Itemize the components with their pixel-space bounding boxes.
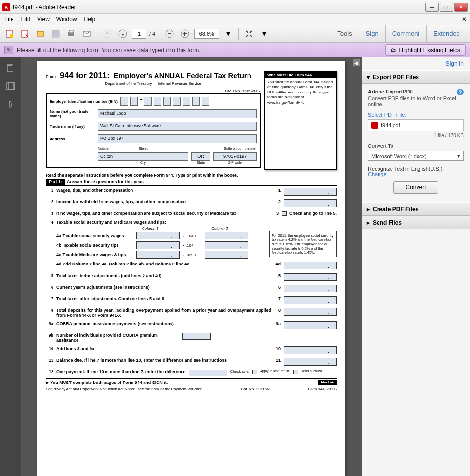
trade-label: Trade name (if any) (50, 124, 95, 129)
line12-refund-checkbox[interactable] (293, 370, 298, 374)
menu-help[interactable]: Help (84, 16, 96, 23)
line12-label: Overpayment. If line 10 is more than lin… (56, 370, 186, 374)
highlight-fields-button[interactable]: 🗂 Highlight Existing Fields (385, 44, 466, 56)
line3-checkbox[interactable] (282, 211, 287, 216)
thumbnails-icon[interactable] (6, 63, 15, 73)
zoom-input[interactable] (194, 29, 219, 39)
page-down-icon[interactable] (117, 27, 129, 40)
line9b-count[interactable] (182, 333, 211, 340)
tools-button[interactable]: Tools (330, 25, 358, 42)
document-viewport[interactable]: ◀ Form 944 for 2011: Employer's ANNUAL F… (21, 57, 362, 476)
line1-amount[interactable] (284, 188, 337, 196)
save-icon[interactable] (50, 27, 62, 40)
change-link[interactable]: Change (368, 172, 464, 177)
sign-button[interactable]: Sign (359, 25, 385, 42)
line11-amount[interactable] (284, 358, 337, 366)
zoom-out-icon[interactable] (163, 27, 176, 40)
svg-rect-16 (8, 65, 12, 66)
line8-amount[interactable] (284, 308, 337, 316)
selected-file-box[interactable]: f944.pdf (368, 119, 464, 131)
print-icon[interactable] (65, 27, 78, 40)
bookmarks-icon[interactable] (6, 81, 15, 91)
ein-digit[interactable] (144, 97, 152, 106)
line4-label: Taxable social security and Medicare wag… (56, 220, 337, 225)
ein-digit[interactable] (192, 97, 200, 106)
line4b-col2[interactable] (205, 241, 248, 249)
dept-text: Department of the Treasury — Internal Re… (46, 81, 261, 86)
zip-field[interactable]: 97017-0197 (213, 152, 257, 161)
export-pdf-icon[interactable] (3, 27, 16, 40)
line9a-label: COBRA premium assistance payments (see i… (56, 321, 271, 326)
menu-window[interactable]: Window (56, 16, 77, 23)
name-field[interactable]: Michael Loob (98, 109, 257, 118)
ein-digit[interactable] (173, 97, 181, 106)
signin-link[interactable]: Sign In (362, 57, 470, 70)
line12-amount[interactable] (189, 370, 227, 376)
comment-button[interactable]: Comment (385, 25, 426, 42)
export-pdf-header[interactable]: ▾ Export PDF Files (362, 70, 470, 84)
svg-rect-2 (22, 30, 27, 37)
fit-icon[interactable] (243, 27, 255, 40)
line4a-label: 4a Taxable social security wages (56, 233, 133, 238)
select-file-label[interactable]: Select PDF File: (368, 112, 464, 118)
ein-digit[interactable] (154, 97, 161, 106)
line4c-col2[interactable] (205, 251, 248, 259)
maximize-button[interactable]: ◻ (440, 3, 453, 12)
line2-amount[interactable] (284, 199, 337, 207)
line4a-col2[interactable] (205, 232, 248, 239)
send-files-header[interactable]: ▸ Send Files (362, 216, 470, 229)
line6-amount[interactable] (284, 285, 337, 292)
menu-edit[interactable]: Edit (20, 16, 30, 23)
line5-amount[interactable] (284, 273, 337, 281)
extended-button[interactable]: Extended (426, 25, 467, 42)
close-button[interactable]: ✕ (454, 3, 468, 12)
line3-label: If no wages, tips, and other compensatio… (56, 211, 269, 216)
line4d-amount[interactable] (284, 262, 337, 269)
zoom-in-icon[interactable] (179, 27, 191, 40)
ein-digit[interactable] (130, 97, 138, 106)
who-must-file-box: Who Must File Form 944 You must file ann… (264, 71, 337, 170)
line11-label: Balance due. If line 7 is more than line… (56, 358, 271, 363)
collapse-panel-icon[interactable]: ◀ (353, 59, 360, 66)
trade-field[interactable]: Wall St Data Intensive Software (98, 122, 257, 131)
minimize-button[interactable]: — (425, 3, 439, 12)
read-mode-dropdown-icon[interactable]: ▾ (258, 27, 271, 40)
next-button[interactable]: Next ➡ (318, 380, 337, 385)
convert-button[interactable]: Convert (393, 181, 438, 194)
info-icon[interactable]: ? (457, 89, 464, 95)
adobe-icon: A (2, 3, 10, 11)
ein-digit[interactable] (120, 97, 128, 106)
page-up-icon[interactable] (101, 27, 114, 40)
form-number: 944 for 2011: (60, 71, 110, 80)
line9a-amount[interactable] (284, 321, 337, 329)
page-number-input[interactable] (132, 29, 146, 39)
line4b-col1[interactable] (136, 241, 180, 249)
send-hdr-label: Send Files (373, 219, 402, 226)
zoom-dropdown-icon[interactable]: ▾ (222, 27, 235, 40)
ein-digit[interactable] (202, 97, 209, 106)
omb-text: OMB No. 1545-2007 (46, 89, 261, 93)
instructions-text: Read the separate instructions before yo… (46, 173, 337, 178)
create-pdf-icon[interactable] (19, 27, 31, 40)
line12-apply-checkbox[interactable] (252, 370, 257, 374)
line4c-col1[interactable] (136, 251, 180, 259)
attachments-icon[interactable] (6, 100, 15, 109)
email-icon[interactable] (80, 27, 93, 40)
menu-file[interactable]: File (4, 16, 13, 23)
ein-digit[interactable] (163, 97, 171, 106)
menu-close-icon[interactable]: ✕ (462, 16, 467, 23)
city-field[interactable]: Colton (98, 152, 188, 161)
menu-view[interactable]: View (37, 16, 50, 23)
create-pdf-header[interactable]: ▸ Create PDF Files (362, 202, 470, 216)
line3-check-text: Check and go to line 5. (289, 211, 337, 216)
convert-to-label: Convert To: (368, 143, 464, 149)
ein-digit[interactable] (183, 97, 190, 106)
export-hdr-label: Export PDF Files (373, 74, 419, 80)
convert-format-select[interactable]: Microsoft Word (*.docx)▾ (368, 151, 464, 161)
state-field[interactable]: OR (191, 152, 210, 161)
street-field[interactable]: PO Box 197 (98, 134, 257, 143)
open-icon[interactable] (34, 27, 47, 40)
line10-amount[interactable] (284, 346, 337, 354)
line7-amount[interactable] (284, 296, 337, 304)
line4a-col1[interactable] (136, 232, 180, 239)
